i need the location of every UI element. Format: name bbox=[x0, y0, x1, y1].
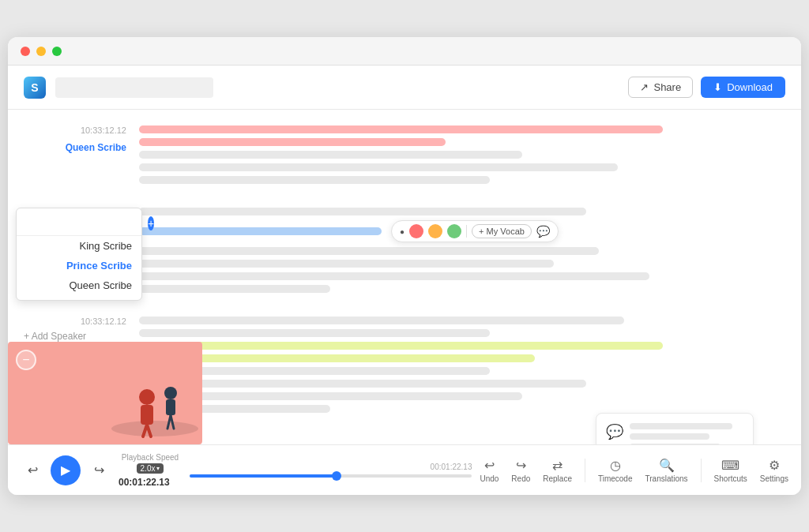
speaker-option-queen[interactable]: Queen Scribe bbox=[17, 275, 141, 295]
speaker-search-input[interactable] bbox=[24, 218, 143, 229]
content-col-1 bbox=[139, 126, 777, 184]
timestamp-1: 10:33:12.12 bbox=[24, 126, 126, 135]
text-lines-1 bbox=[139, 126, 777, 184]
shortcuts-action[interactable]: ⌨ Shortcuts bbox=[714, 458, 747, 483]
download-button[interactable]: ⬇ Download bbox=[701, 77, 785, 98]
translations-label: Translations bbox=[645, 474, 688, 483]
play-button[interactable]: ▶ bbox=[51, 455, 81, 485]
undo-label: Undo bbox=[480, 474, 499, 483]
text-line bbox=[139, 138, 446, 146]
timecode-action[interactable]: ◷ Timecode bbox=[598, 458, 633, 483]
text-line bbox=[139, 126, 663, 133]
replace-action[interactable]: ⇄ Replace bbox=[543, 458, 572, 483]
translations-action[interactable]: 🔍 Translations bbox=[645, 458, 688, 483]
text-line bbox=[139, 380, 586, 388]
shortcuts-label: Shortcuts bbox=[714, 474, 747, 483]
playback-speed-label: Playback Speed bbox=[122, 453, 179, 462]
rewind-button[interactable]: ↩ bbox=[21, 459, 44, 482]
transcript-block-1: 10:33:12.12 Queen Scribe bbox=[24, 126, 777, 184]
speaker-col-1: 10:33:12.12 Queen Scribe bbox=[24, 126, 126, 184]
fast-forward-button[interactable]: ↪ bbox=[87, 459, 111, 482]
maximize-button[interactable] bbox=[52, 47, 62, 56]
my-vocab-button[interactable]: + My Vocab bbox=[472, 224, 532, 238]
speaker-option-prince[interactable]: Prince Scribe bbox=[17, 256, 141, 275]
progress-track[interactable] bbox=[190, 474, 472, 478]
current-time-display: 00:01:22.13 bbox=[119, 477, 182, 488]
text-line bbox=[139, 272, 649, 280]
header: S ↗ Share ⬇ Download bbox=[8, 66, 801, 110]
text-line bbox=[139, 317, 624, 324]
replace-icon: ⇄ bbox=[552, 458, 563, 473]
dropdown-header: + bbox=[17, 213, 141, 236]
share-icon: ↗ bbox=[640, 81, 649, 93]
toolbar-divider-v-2 bbox=[701, 459, 702, 482]
chevron-down-icon: ▾ bbox=[156, 465, 160, 472]
progress-thumb[interactable] bbox=[332, 471, 341, 481]
logo: S bbox=[24, 77, 46, 99]
translations-icon: 🔍 bbox=[659, 458, 675, 473]
text-line bbox=[139, 247, 599, 255]
close-button[interactable] bbox=[21, 47, 30, 56]
video-minimize-button[interactable]: − bbox=[16, 350, 36, 370]
video-illustration bbox=[76, 350, 202, 444]
color-dot-red[interactable] bbox=[409, 224, 423, 238]
playback-controls: ↩ ▶ ↪ bbox=[21, 455, 111, 485]
title-input bbox=[55, 77, 213, 98]
svg-point-0 bbox=[111, 421, 198, 436]
speaker-option-king[interactable]: King Scribe bbox=[17, 236, 141, 256]
add-speaker-label[interactable]: + Add Speaker bbox=[24, 331, 126, 342]
inline-toolbar: ● + My Vocab 💬 bbox=[391, 220, 559, 242]
redo-icon: ↪ bbox=[516, 458, 526, 473]
progress-labels: 00:01:22.13 bbox=[190, 463, 472, 471]
minimize-button[interactable] bbox=[36, 47, 46, 56]
video-panel: − bbox=[8, 342, 202, 444]
comment-icon-area: 💬 bbox=[606, 423, 743, 444]
app-window: S ↗ Share ⬇ Download 10:33:12.12 Queen S… bbox=[8, 37, 801, 495]
text-line bbox=[139, 151, 522, 159]
svg-rect-2 bbox=[141, 405, 153, 425]
comment-panel: 💬 bbox=[596, 413, 754, 444]
content-col-3 bbox=[139, 317, 777, 413]
comment-lines bbox=[630, 423, 743, 444]
text-line bbox=[139, 329, 490, 337]
progress-area: 00:01:22.13 bbox=[190, 463, 472, 478]
comment-line bbox=[630, 433, 709, 440]
toolbar-right: ↩ Undo ↪ Redo ⇄ Replace ◷ Timecode 🔍 Tra… bbox=[480, 458, 788, 483]
replace-label: Replace bbox=[543, 474, 572, 483]
settings-label: Settings bbox=[760, 474, 788, 483]
text-lines-3 bbox=[139, 317, 777, 413]
playback-speed: Playback Speed 2.0x ▾ 00:01:22.13 bbox=[119, 453, 182, 488]
timestamp-3: 10:33:12.12 bbox=[24, 317, 126, 326]
content-col-2: ● + My Vocab 💬 bbox=[139, 208, 777, 293]
color-dot-orange[interactable] bbox=[428, 224, 442, 238]
color-dot-green[interactable] bbox=[447, 224, 461, 238]
speaker-dropdown: + King Scribe Prince Scribe Queen Scribe bbox=[16, 208, 142, 301]
redo-action[interactable]: ↪ Redo bbox=[511, 458, 530, 483]
svg-rect-6 bbox=[166, 399, 175, 415]
header-left: S bbox=[24, 77, 213, 99]
speaker-label-1[interactable]: Queen Scribe bbox=[66, 142, 126, 153]
settings-action[interactable]: ⚙ Settings bbox=[760, 458, 788, 483]
add-speaker-btn[interactable]: + bbox=[148, 216, 154, 230]
text-line bbox=[139, 176, 490, 184]
comment-line bbox=[630, 444, 721, 444]
undo-icon: ↩ bbox=[484, 458, 495, 473]
text-line bbox=[139, 208, 586, 215]
timecode-label: Timecode bbox=[598, 474, 633, 483]
toolbar-divider bbox=[466, 225, 467, 238]
comment-button[interactable]: 💬 bbox=[536, 225, 550, 238]
text-line-blue bbox=[139, 227, 382, 235]
comment-line bbox=[630, 423, 732, 429]
speed-badge[interactable]: 2.0x ▾ bbox=[137, 463, 164, 474]
main-content: 10:33:12.12 Queen Scribe 10:33:12.1 bbox=[8, 110, 801, 444]
settings-icon: ⚙ bbox=[769, 458, 780, 473]
text-line-row: ● + My Vocab 💬 bbox=[139, 220, 777, 242]
progress-end-time: 00:01:22.13 bbox=[431, 463, 472, 471]
text-line-yellow bbox=[139, 342, 663, 350]
text-line bbox=[139, 163, 618, 171]
download-icon: ⬇ bbox=[713, 81, 722, 93]
share-button[interactable]: ↗ Share bbox=[628, 77, 693, 98]
video-inner: − bbox=[8, 342, 202, 444]
text-lines-2: ● + My Vocab 💬 bbox=[139, 208, 777, 293]
undo-action[interactable]: ↩ Undo bbox=[480, 458, 499, 483]
